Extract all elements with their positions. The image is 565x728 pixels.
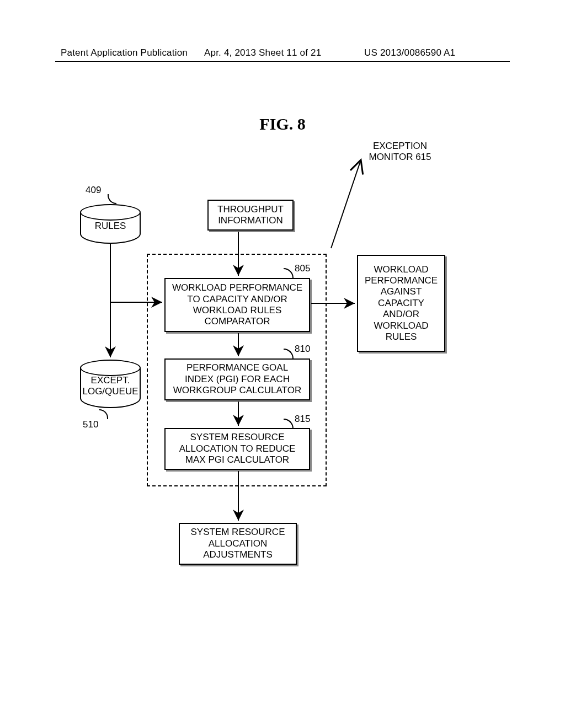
wperf-box: WORKLOAD PERFORMANCE AGAINST CAPACITY AN… xyxy=(357,255,445,352)
ref-810: 810 xyxy=(295,344,310,355)
comparator-box: WORKLOAD PERFORMANCE TO CAPACITY AND/OR … xyxy=(164,278,310,332)
sra-box: SYSTEM RESOURCE ALLOCATION TO REDUCE MAX… xyxy=(164,428,310,470)
pgi-label: PERFORMANCE GOAL INDEX (PGI) FOR EACH WO… xyxy=(171,362,303,396)
ref-815: 815 xyxy=(295,414,310,425)
throughput-label: THROUGHPUT INFORMATION xyxy=(214,204,287,227)
figure-title: FIG. 8 xyxy=(0,115,565,133)
ref-805: 805 xyxy=(295,263,310,274)
cylinder-top xyxy=(80,204,141,221)
pgi-box: PERFORMANCE GOAL INDEX (PGI) FOR EACH WO… xyxy=(164,358,310,400)
header-rule xyxy=(55,61,510,62)
sra-label: SYSTEM RESOURCE ALLOCATION TO REDUCE MAX… xyxy=(171,432,303,465)
leader-510 xyxy=(99,409,108,419)
header-center: Apr. 4, 2013 Sheet 11 of 21 xyxy=(204,47,321,58)
wperf-label: WORKLOAD PERFORMANCE AGAINST CAPACITY AN… xyxy=(364,264,439,343)
leader-409 xyxy=(108,194,116,204)
svg-line-0 xyxy=(331,160,361,248)
comparator-label: WORKLOAD PERFORMANCE TO CAPACITY AND/OR … xyxy=(171,282,303,328)
page-header: Patent Application Publication Apr. 4, 2… xyxy=(0,47,565,58)
adjust-label: SYSTEM RESOURCE ALLOCATION ADJUSTMENTS xyxy=(185,527,290,560)
header-left: Patent Application Publication xyxy=(61,47,188,58)
exception-monitor-label: EXCEPTION MONITOR 615 xyxy=(353,141,447,163)
ref-510: 510 xyxy=(83,419,98,430)
rules-label: RULES xyxy=(94,218,127,237)
log-queue-cylinder: EXCEPT. LOG/QUEUE xyxy=(80,360,141,408)
cylinder-top xyxy=(80,360,141,376)
adjust-box: SYSTEM RESOURCE ALLOCATION ADJUSTMENTS xyxy=(179,523,297,565)
header-right: US 2013/0086590 A1 xyxy=(364,47,455,58)
log-queue-label: EXCEPT. LOG/QUEUE xyxy=(81,373,140,403)
ref-409: 409 xyxy=(86,185,101,196)
throughput-box: THROUGHPUT INFORMATION xyxy=(207,200,294,231)
rules-cylinder: RULES xyxy=(80,204,141,244)
